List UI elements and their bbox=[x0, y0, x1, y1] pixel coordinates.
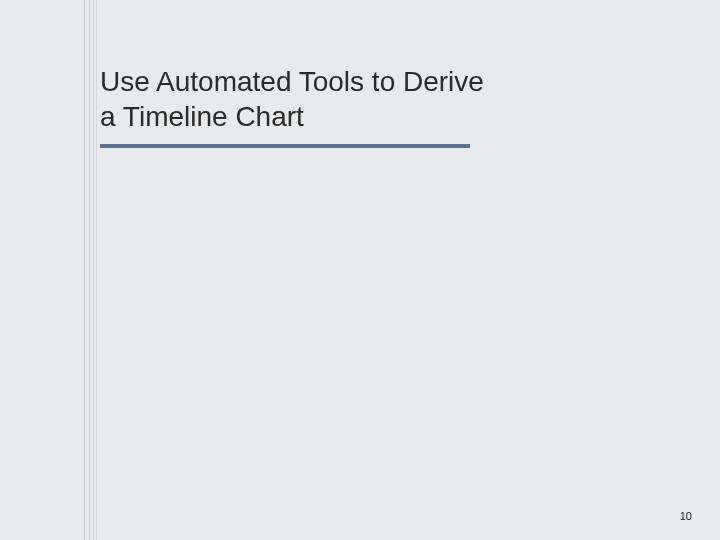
decorative-line bbox=[96, 0, 97, 540]
left-edge-decoration bbox=[0, 0, 100, 540]
decorative-line bbox=[93, 0, 94, 540]
decorative-line bbox=[89, 0, 90, 540]
slide-title: Use Automated Tools to Derive a Timeline… bbox=[100, 64, 500, 134]
slide: Use Automated Tools to Derive a Timeline… bbox=[0, 0, 720, 540]
title-underline bbox=[100, 144, 470, 148]
title-block: Use Automated Tools to Derive a Timeline… bbox=[100, 64, 500, 148]
decorative-line bbox=[84, 0, 85, 540]
page-number: 10 bbox=[680, 510, 692, 522]
